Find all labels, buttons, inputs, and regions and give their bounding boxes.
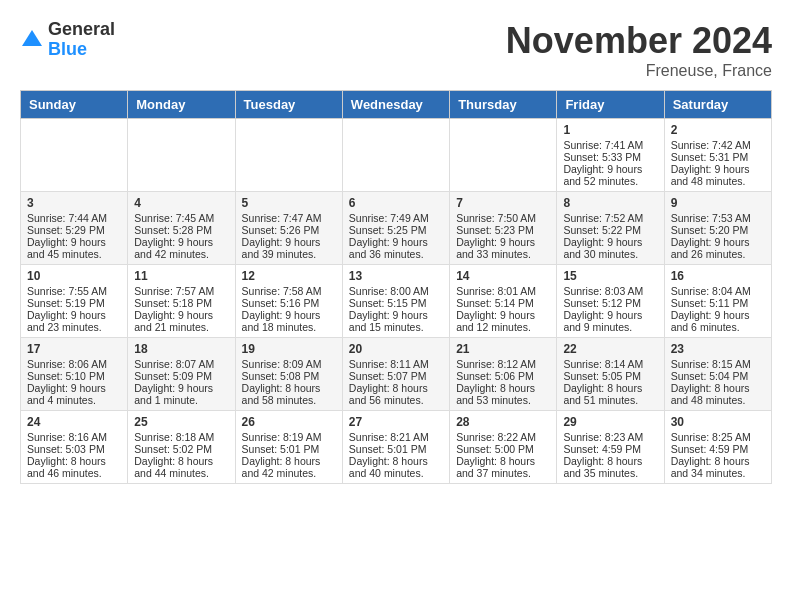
day-number: 24 [27,415,121,429]
daylight-text: Daylight: 8 hours and 58 minutes. [242,382,336,406]
sunrise-text: Sunrise: 8:01 AM [456,285,550,297]
daylight-text: Daylight: 8 hours and 42 minutes. [242,455,336,479]
sunset-text: Sunset: 5:09 PM [134,370,228,382]
daylight-text: Daylight: 8 hours and 35 minutes. [563,455,657,479]
sunrise-text: Sunrise: 7:49 AM [349,212,443,224]
calendar-cell: 22 Sunrise: 8:14 AM Sunset: 5:05 PM Dayl… [557,338,664,411]
sunset-text: Sunset: 5:26 PM [242,224,336,236]
sunset-text: Sunset: 5:10 PM [27,370,121,382]
day-number: 19 [242,342,336,356]
calendar-cell [342,119,449,192]
day-number: 13 [349,269,443,283]
day-number: 30 [671,415,765,429]
calendar-week-row: 24 Sunrise: 8:16 AM Sunset: 5:03 PM Dayl… [21,411,772,484]
sunset-text: Sunset: 5:04 PM [671,370,765,382]
daylight-text: Daylight: 9 hours and 52 minutes. [563,163,657,187]
sunset-text: Sunset: 5:22 PM [563,224,657,236]
calendar-cell: 8 Sunrise: 7:52 AM Sunset: 5:22 PM Dayli… [557,192,664,265]
calendar-cell: 1 Sunrise: 7:41 AM Sunset: 5:33 PM Dayli… [557,119,664,192]
calendar-week-row: 1 Sunrise: 7:41 AM Sunset: 5:33 PM Dayli… [21,119,772,192]
daylight-text: Daylight: 8 hours and 46 minutes. [27,455,121,479]
sunrise-text: Sunrise: 7:52 AM [563,212,657,224]
sunrise-text: Sunrise: 8:22 AM [456,431,550,443]
calendar-cell [235,119,342,192]
logo-general-text: General [48,20,115,40]
sunrise-text: Sunrise: 7:53 AM [671,212,765,224]
sunrise-text: Sunrise: 8:11 AM [349,358,443,370]
day-number: 27 [349,415,443,429]
page-header: General Blue November 2024 Freneuse, Fra… [20,20,772,80]
sunrise-text: Sunrise: 8:16 AM [27,431,121,443]
daylight-text: Daylight: 9 hours and 4 minutes. [27,382,121,406]
daylight-text: Daylight: 9 hours and 26 minutes. [671,236,765,260]
weekday-header: Saturday [664,91,771,119]
calendar-week-row: 17 Sunrise: 8:06 AM Sunset: 5:10 PM Dayl… [21,338,772,411]
sunset-text: Sunset: 5:11 PM [671,297,765,309]
calendar-cell: 23 Sunrise: 8:15 AM Sunset: 5:04 PM Dayl… [664,338,771,411]
sunrise-text: Sunrise: 7:47 AM [242,212,336,224]
calendar-cell: 30 Sunrise: 8:25 AM Sunset: 4:59 PM Dayl… [664,411,771,484]
weekday-header-row: SundayMondayTuesdayWednesdayThursdayFrid… [21,91,772,119]
day-number: 22 [563,342,657,356]
daylight-text: Daylight: 9 hours and 6 minutes. [671,309,765,333]
day-number: 4 [134,196,228,210]
daylight-text: Daylight: 9 hours and 30 minutes. [563,236,657,260]
sunset-text: Sunset: 5:16 PM [242,297,336,309]
day-number: 7 [456,196,550,210]
calendar-cell: 20 Sunrise: 8:11 AM Sunset: 5:07 PM Dayl… [342,338,449,411]
calendar-cell: 5 Sunrise: 7:47 AM Sunset: 5:26 PM Dayli… [235,192,342,265]
sunset-text: Sunset: 5:23 PM [456,224,550,236]
calendar-cell: 4 Sunrise: 7:45 AM Sunset: 5:28 PM Dayli… [128,192,235,265]
calendar-cell: 18 Sunrise: 8:07 AM Sunset: 5:09 PM Dayl… [128,338,235,411]
daylight-text: Daylight: 9 hours and 12 minutes. [456,309,550,333]
day-number: 1 [563,123,657,137]
daylight-text: Daylight: 9 hours and 18 minutes. [242,309,336,333]
sunrise-text: Sunrise: 8:04 AM [671,285,765,297]
calendar-cell: 29 Sunrise: 8:23 AM Sunset: 4:59 PM Dayl… [557,411,664,484]
day-number: 5 [242,196,336,210]
daylight-text: Daylight: 9 hours and 48 minutes. [671,163,765,187]
sunset-text: Sunset: 5:14 PM [456,297,550,309]
daylight-text: Daylight: 9 hours and 42 minutes. [134,236,228,260]
daylight-text: Daylight: 8 hours and 48 minutes. [671,382,765,406]
sunset-text: Sunset: 5:33 PM [563,151,657,163]
weekday-header: Thursday [450,91,557,119]
sunset-text: Sunset: 5:31 PM [671,151,765,163]
location: Freneuse, France [506,62,772,80]
day-number: 17 [27,342,121,356]
sunrise-text: Sunrise: 8:03 AM [563,285,657,297]
daylight-text: Daylight: 8 hours and 40 minutes. [349,455,443,479]
calendar-cell [21,119,128,192]
day-number: 28 [456,415,550,429]
calendar-week-row: 3 Sunrise: 7:44 AM Sunset: 5:29 PM Dayli… [21,192,772,265]
logo-icon [20,28,44,52]
calendar-cell: 25 Sunrise: 8:18 AM Sunset: 5:02 PM Dayl… [128,411,235,484]
sunrise-text: Sunrise: 8:23 AM [563,431,657,443]
sunrise-text: Sunrise: 7:44 AM [27,212,121,224]
month-title: November 2024 [506,20,772,62]
sunrise-text: Sunrise: 8:07 AM [134,358,228,370]
weekday-header: Sunday [21,91,128,119]
daylight-text: Daylight: 9 hours and 1 minute. [134,382,228,406]
day-number: 8 [563,196,657,210]
day-number: 10 [27,269,121,283]
sunrise-text: Sunrise: 8:19 AM [242,431,336,443]
sunset-text: Sunset: 5:20 PM [671,224,765,236]
logo: General Blue [20,20,115,60]
day-number: 2 [671,123,765,137]
sunrise-text: Sunrise: 7:42 AM [671,139,765,151]
sunrise-text: Sunrise: 8:21 AM [349,431,443,443]
daylight-text: Daylight: 9 hours and 45 minutes. [27,236,121,260]
day-number: 29 [563,415,657,429]
daylight-text: Daylight: 9 hours and 23 minutes. [27,309,121,333]
day-number: 12 [242,269,336,283]
sunrise-text: Sunrise: 8:12 AM [456,358,550,370]
calendar-cell: 13 Sunrise: 8:00 AM Sunset: 5:15 PM Dayl… [342,265,449,338]
day-number: 20 [349,342,443,356]
weekday-header: Friday [557,91,664,119]
sunrise-text: Sunrise: 8:06 AM [27,358,121,370]
calendar-cell: 17 Sunrise: 8:06 AM Sunset: 5:10 PM Dayl… [21,338,128,411]
sunrise-text: Sunrise: 7:45 AM [134,212,228,224]
day-number: 21 [456,342,550,356]
calendar-week-row: 10 Sunrise: 7:55 AM Sunset: 5:19 PM Dayl… [21,265,772,338]
